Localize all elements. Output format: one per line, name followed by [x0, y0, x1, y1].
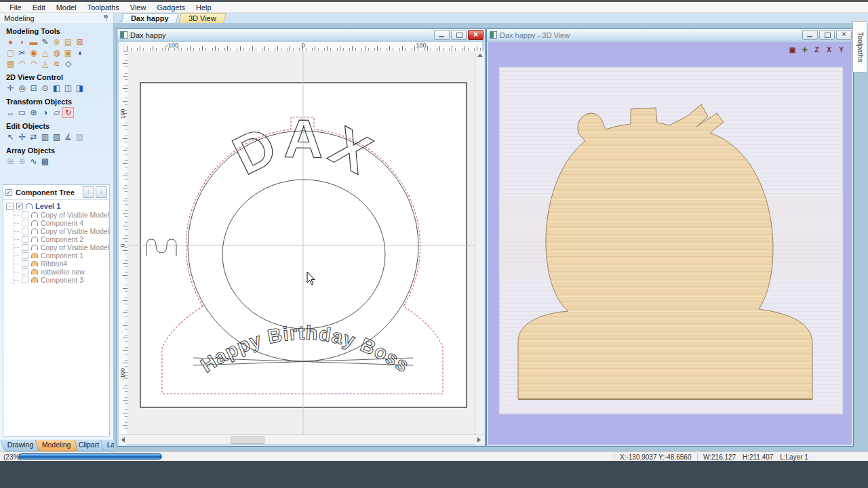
- maximize-button[interactable]: [451, 30, 467, 40]
- clipart-import-icon[interactable]: ▤: [62, 37, 74, 47]
- mirror-object-icon[interactable]: ◑: [39, 107, 51, 118]
- menu-item[interactable]: Model: [51, 3, 82, 12]
- rotate-object-icon[interactable]: ↻: [62, 107, 74, 118]
- component-checkbox[interactable]: [22, 220, 28, 226]
- window-3d-titlebar[interactable]: Dax happy - 3D View: [487, 29, 853, 41]
- transform-cursor-icon[interactable]: ⇄: [28, 131, 39, 142]
- copy-along-vector-icon[interactable]: ∿: [28, 156, 39, 167]
- isometric-view-icon[interactable]: ✛: [800, 45, 810, 55]
- zero-plane-icon[interactable]: ▢: [5, 47, 16, 58]
- slice-model-icon[interactable]: ✂: [16, 47, 28, 58]
- distort-object-icon[interactable]: ▱: [51, 107, 62, 118]
- panel-tab[interactable]: Modeling: [35, 440, 77, 451]
- component-tree-item[interactable]: Component 3: [14, 276, 109, 284]
- set-size-icon[interactable]: ▭: [16, 107, 28, 118]
- merge-components-icon[interactable]: ◍: [51, 47, 62, 58]
- smooth-model-icon[interactable]: ▬: [28, 37, 39, 47]
- nest-objects-icon[interactable]: ▩: [39, 156, 51, 167]
- document-tab[interactable]: Dax happy: [121, 13, 178, 23]
- scroll-right-icon[interactable]: [477, 437, 481, 443]
- scrollbar-thumb[interactable]: [231, 436, 264, 444]
- component-tree-checkbox[interactable]: ✓: [5, 189, 12, 196]
- zoom-extents-icon[interactable]: ◧: [51, 83, 62, 94]
- component-checkbox[interactable]: [22, 268, 28, 275]
- carve-icon[interactable]: ◖: [74, 47, 85, 58]
- border-model-icon[interactable]: ▣: [62, 47, 74, 58]
- panel-tab[interactable]: Drawing: [1, 440, 41, 451]
- horizontal-scrollbar[interactable]: [119, 434, 484, 444]
- texture-3d-icon[interactable]: ⊛: [51, 37, 62, 47]
- component-tree-item[interactable]: Ribbon4: [14, 260, 109, 268]
- menu-item[interactable]: File: [4, 3, 27, 12]
- move-component-down-button[interactable]: ↓: [96, 186, 107, 198]
- render-viewport-3d[interactable]: ▣✛ZXY: [488, 42, 852, 445]
- component-checkbox[interactable]: [22, 277, 28, 283]
- fillet-tool-icon[interactable]: ▨: [74, 131, 85, 142]
- measure-tool-icon[interactable]: ∡: [62, 131, 74, 142]
- move-object-icon[interactable]: ↔: [5, 107, 16, 118]
- collapse-toggle-icon[interactable]: -: [6, 203, 14, 210]
- scroll-up-icon[interactable]: [477, 54, 483, 57]
- drawing-canvas-2d[interactable]: DAX Happy Birthday Boss: [127, 51, 475, 436]
- menu-item[interactable]: View: [125, 3, 152, 12]
- dome-small-icon[interactable]: ◠: [28, 58, 39, 69]
- wireframe-icon[interactable]: ◇: [62, 58, 74, 69]
- menu-item[interactable]: Edit: [27, 3, 51, 12]
- circular-array-icon[interactable]: ⊕: [16, 156, 28, 167]
- menu-item[interactable]: Toolpaths: [82, 3, 125, 12]
- block-array-icon[interactable]: ⊞: [5, 156, 16, 167]
- document-tab[interactable]: 3D View: [178, 13, 226, 23]
- twist-model-icon[interactable]: ◉: [28, 47, 39, 58]
- component-tree-item[interactable]: Component 2: [14, 235, 109, 243]
- select-cursor-icon[interactable]: ↖: [5, 131, 16, 142]
- move-component-up-button[interactable]: ↑: [83, 186, 94, 198]
- create-shape-icon[interactable]: ◗: [16, 37, 28, 47]
- sculpting-icon[interactable]: ✎: [39, 37, 51, 47]
- maximize-button[interactable]: [819, 30, 835, 40]
- plan-view-z-icon[interactable]: Z: [812, 45, 822, 55]
- component-tree-item[interactable]: Copy of Visible Model: [14, 243, 109, 251]
- delete-object-icon[interactable]: ▧: [51, 131, 62, 142]
- menu-item[interactable]: Help: [191, 3, 217, 12]
- scroll-left-icon[interactable]: [121, 437, 125, 443]
- tree-root-level[interactable]: - ✓ Level 1: [3, 200, 109, 211]
- component-checkbox[interactable]: [22, 228, 28, 235]
- minimize-button[interactable]: [434, 30, 450, 40]
- scale-to-fit-3d-icon[interactable]: ▣: [787, 45, 797, 55]
- component-checkbox[interactable]: [22, 260, 28, 267]
- close-button[interactable]: [468, 30, 484, 40]
- pin-icon[interactable]: [103, 14, 109, 22]
- switch-view-icon[interactable]: ◨: [74, 83, 85, 94]
- zoom-interactive-icon[interactable]: ◎: [16, 83, 28, 94]
- add-zero-plane-icon[interactable]: ●: [5, 37, 16, 47]
- component-checkbox[interactable]: [22, 211, 28, 218]
- component-tree-item[interactable]: Copy of Visible Model: [14, 211, 109, 219]
- texture-area-icon[interactable]: ▦: [5, 58, 16, 69]
- zoom-box-icon[interactable]: ⊡: [28, 83, 39, 94]
- side-view-y-icon[interactable]: Y: [836, 45, 846, 55]
- pan-view-icon[interactable]: ✛: [5, 83, 16, 94]
- align-objects-icon[interactable]: ▥: [39, 131, 51, 142]
- component-checkbox[interactable]: [22, 252, 28, 259]
- component-tree-item[interactable]: Component 4: [14, 219, 109, 227]
- minimize-button[interactable]: [802, 30, 818, 40]
- zero-model-icon[interactable]: ⊠: [74, 37, 85, 47]
- component-checkbox[interactable]: [22, 236, 28, 243]
- component-tree-item[interactable]: rottweiler new: [14, 268, 109, 276]
- dome-shape-icon[interactable]: ◬: [39, 58, 51, 69]
- center-in-material-icon[interactable]: ⊕: [28, 107, 39, 118]
- node-edit-cursor-icon[interactable]: ✢: [16, 131, 28, 142]
- zoom-selected-icon[interactable]: ⊙: [39, 83, 51, 94]
- component-checkbox[interactable]: [22, 244, 28, 251]
- close-button[interactable]: [836, 30, 852, 40]
- window-2d-titlebar[interactable]: Dax happy: [117, 29, 485, 41]
- toolpaths-tab[interactable]: Toolpaths: [852, 21, 867, 73]
- dome-large-icon[interactable]: ◠: [16, 58, 28, 69]
- menu-item[interactable]: Gadgets: [151, 3, 191, 12]
- emboss-icon[interactable]: △: [39, 47, 51, 58]
- level1-checkbox[interactable]: ✓: [16, 203, 23, 209]
- vertical-scrollbar[interactable]: [475, 51, 484, 445]
- component-tree-item[interactable]: Copy of Visible Model: [14, 227, 109, 235]
- component-tree-item[interactable]: Component 1: [14, 251, 109, 260]
- tile-views-icon[interactable]: ◫: [62, 83, 74, 94]
